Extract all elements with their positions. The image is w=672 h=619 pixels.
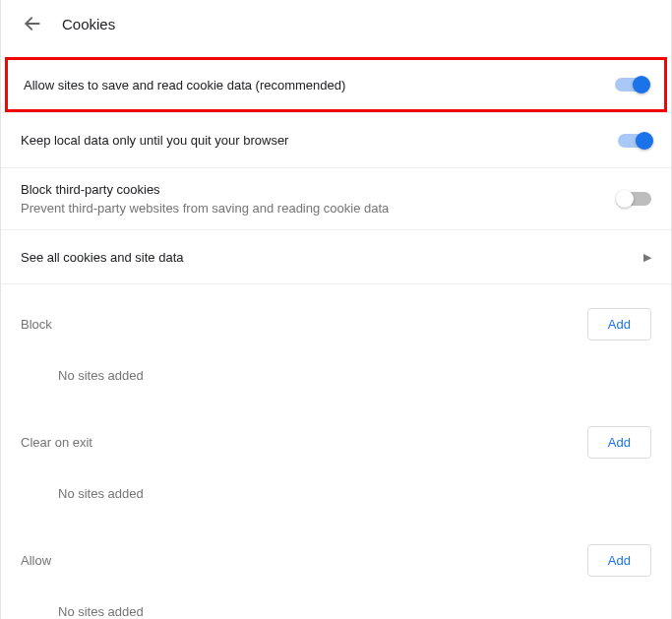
section-label: Allow xyxy=(21,553,51,568)
add-clear-button[interactable]: Add xyxy=(587,426,651,459)
back-button[interactable] xyxy=(21,12,44,35)
add-allow-button[interactable]: Add xyxy=(587,544,651,577)
setting-text: Block third-party cookies Prevent third-… xyxy=(21,182,618,216)
toggle-block-third-party[interactable] xyxy=(618,192,651,206)
setting-block-third-party: Block third-party cookies Prevent third-… xyxy=(1,167,671,229)
setting-label: Block third-party cookies xyxy=(21,182,618,197)
section-label: Clear on exit xyxy=(21,435,92,450)
section-block: Block Add No sites added xyxy=(1,284,671,402)
page-title: Cookies xyxy=(62,16,115,32)
setting-sublabel: Prevent third-party websites from saving… xyxy=(21,201,618,216)
setting-allow-cookies: Allow sites to save and read cookie data… xyxy=(5,57,667,112)
section-header: Block Add xyxy=(21,284,651,348)
empty-message: No sites added xyxy=(21,466,651,521)
setting-keep-local: Keep local data only until you quit your… xyxy=(1,112,671,167)
arrow-left-icon xyxy=(23,14,42,33)
toggle-keep-local[interactable] xyxy=(618,134,651,148)
setting-text: Keep local data only until you quit your… xyxy=(21,133,618,148)
chevron-right-icon: ▶ xyxy=(643,251,651,264)
toggle-knob xyxy=(616,190,634,208)
toggle-knob xyxy=(636,132,653,150)
empty-message: No sites added xyxy=(21,585,651,619)
setting-text: See all cookies and site data xyxy=(21,250,643,265)
toggle-knob xyxy=(633,76,650,93)
setting-text: Allow sites to save and read cookie data… xyxy=(24,78,615,93)
section-header: Allow Add xyxy=(21,521,651,585)
section-allow: Allow Add No sites added xyxy=(1,521,671,619)
page-header: Cookies xyxy=(1,0,671,53)
see-all-cookies[interactable]: See all cookies and site data ▶ xyxy=(1,229,671,284)
add-block-button[interactable]: Add xyxy=(587,308,651,340)
section-clear-on-exit: Clear on exit Add No sites added xyxy=(1,402,671,521)
setting-label: See all cookies and site data xyxy=(21,250,643,265)
setting-label: Keep local data only until you quit your… xyxy=(21,133,618,148)
empty-message: No sites added xyxy=(21,348,651,402)
section-label: Block xyxy=(21,317,52,332)
cookies-settings-page: Cookies Allow sites to save and read coo… xyxy=(0,0,672,619)
setting-label: Allow sites to save and read cookie data… xyxy=(24,78,615,93)
section-header: Clear on exit Add xyxy=(21,402,651,466)
toggle-allow-cookies[interactable] xyxy=(615,78,648,92)
